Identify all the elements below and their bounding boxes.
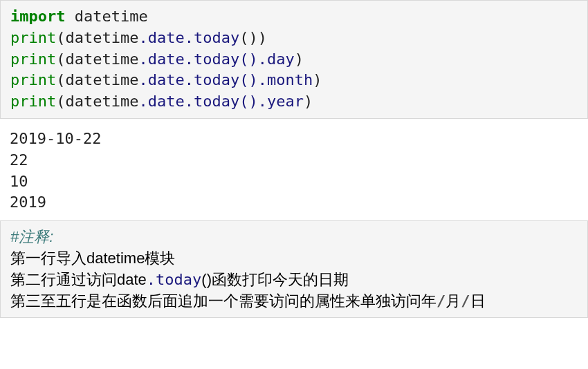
- attr-today: today: [194, 93, 239, 110]
- call-dot: ().: [239, 50, 267, 68]
- explain-line-1: 第一行导入datetime模块: [10, 249, 175, 267]
- code-line-4: print(datetime.date.today().month): [10, 71, 322, 88]
- mod-ref: datetime: [65, 71, 138, 88]
- dot: .: [185, 50, 194, 68]
- attr-today: today: [194, 71, 239, 88]
- output-line-1: 2019-10-22: [10, 130, 101, 147]
- text: 月: [445, 292, 461, 310]
- call-dot: ().: [239, 71, 267, 88]
- dot: .: [138, 93, 147, 110]
- code-line-5: print(datetime.date.today().year): [10, 93, 313, 110]
- close-paren: ): [313, 71, 322, 88]
- text: 日: [470, 292, 486, 310]
- output-line-2: 22: [10, 151, 28, 169]
- open-paren: (: [56, 71, 65, 88]
- close-parens: ()): [239, 29, 267, 46]
- dot: .: [147, 271, 156, 288]
- slash-sep: /: [461, 292, 470, 310]
- mod-ref: datetime: [65, 29, 138, 46]
- attr-date: date: [148, 71, 185, 88]
- text: 第三至五行是在函数后面追加一个需要访问的属性来单独访问年: [10, 292, 437, 310]
- attr-today: today: [156, 271, 201, 288]
- slash-sep: /: [437, 292, 445, 310]
- code-line-3: print(datetime.date.today().day): [10, 50, 304, 68]
- explain-line-3: 第三至五行是在函数后面追加一个需要访问的属性来单独访问年/月/日: [10, 292, 486, 310]
- attr-date: date: [148, 50, 185, 68]
- text: 第二行通过访问date: [10, 271, 147, 288]
- builtin-print: print: [10, 93, 56, 110]
- code-line-1: import datetime: [10, 8, 148, 25]
- builtin-print: print: [10, 50, 56, 68]
- output-cell: 2019-10-22 22 10 2019: [0, 126, 588, 220]
- attr-today: today: [194, 29, 239, 46]
- attr-year: year: [267, 93, 304, 110]
- open-paren: (: [56, 50, 65, 68]
- mod-ref: datetime: [65, 50, 138, 68]
- attr-date: date: [148, 29, 185, 46]
- close-paren: ): [304, 93, 313, 110]
- dot: .: [185, 29, 194, 46]
- mod-ref: datetime: [65, 93, 138, 110]
- code-cell-1: import datetime print(datetime.date.toda…: [0, 0, 588, 119]
- close-paren: ): [295, 50, 304, 68]
- attr-day: day: [267, 50, 295, 68]
- keyword-import: import: [10, 8, 65, 25]
- code-line-2: print(datetime.date.today()): [10, 29, 267, 46]
- call-dot: ().: [239, 93, 267, 110]
- comment-line: #注释:: [10, 228, 53, 245]
- output-line-3: 10: [10, 173, 28, 190]
- open-paren: (: [56, 93, 65, 110]
- code-cell-2: #注释: 第一行导入datetime模块 第二行通过访问date.today()…: [0, 220, 588, 318]
- output-line-4: 2019: [10, 193, 46, 211]
- dot: .: [138, 29, 147, 46]
- module-name: datetime: [75, 8, 148, 25]
- attr-month: month: [267, 71, 313, 88]
- open-paren: (: [56, 29, 65, 46]
- dot: .: [185, 71, 194, 88]
- text: ()函数打印今天的日期: [201, 271, 349, 288]
- attr-date: date: [148, 93, 185, 110]
- builtin-print: print: [10, 29, 56, 46]
- dot: .: [138, 71, 147, 88]
- attr-today: today: [194, 50, 239, 68]
- builtin-print: print: [10, 71, 56, 88]
- explain-line-2: 第二行通过访问date.today()函数打印今天的日期: [10, 271, 349, 288]
- dot: .: [185, 93, 194, 110]
- dot: .: [138, 50, 147, 68]
